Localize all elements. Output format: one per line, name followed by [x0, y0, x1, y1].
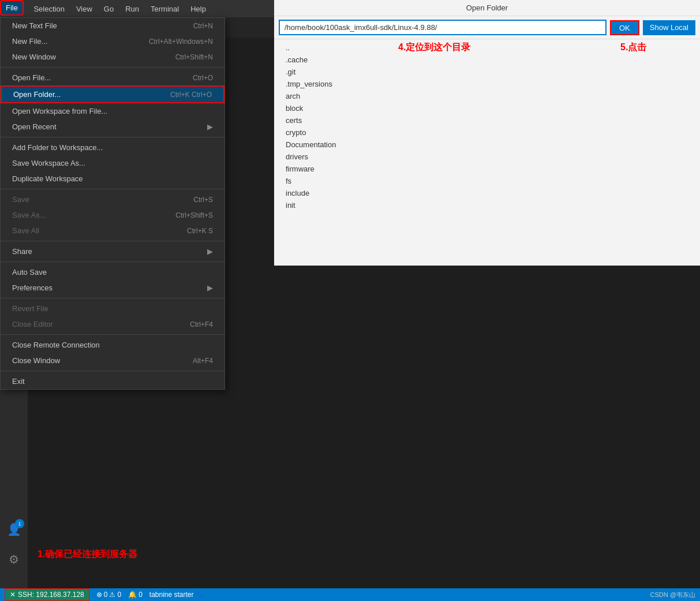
extension-icon: 🐾	[196, 591, 204, 599]
menu-new-window[interactable]: New Window Ctrl+Shift+N	[1, 49, 224, 65]
menu-auto-save[interactable]: Auto Save	[1, 264, 224, 280]
menu-go[interactable]: Go	[99, 2, 118, 16]
folder-list: .. .cache .git .tmp_versions arch block …	[274, 39, 700, 214]
folder-item-crypto[interactable]: crypto	[274, 126, 700, 139]
menu-open-workspace[interactable]: Open Workspace from File...	[1, 103, 224, 119]
separator-2	[1, 137, 224, 137]
panel-title: Open Folder	[274, 0, 700, 16]
warning-icon: ⚠	[109, 591, 115, 599]
folder-item-arch[interactable]: arch	[274, 90, 700, 102]
menu-revert-file: Revert File	[1, 301, 224, 316]
menu-save-workspace[interactable]: Save Workspace As...	[1, 155, 224, 171]
folder-item-certs[interactable]: certs	[274, 114, 700, 126]
menu-selection[interactable]: Selection	[29, 2, 69, 16]
folder-item-include[interactable]: include	[274, 187, 700, 199]
file-dropdown-menu: New Text File Ctrl+N New File... Ctrl+Al…	[0, 17, 225, 390]
activity-settings[interactable]: ⚙	[2, 548, 25, 571]
separator-6	[1, 298, 224, 298]
folder-item-dotdot[interactable]: ..	[274, 42, 700, 54]
extension-label: tabnine starter	[149, 591, 194, 599]
error-count: 0	[104, 591, 108, 599]
ssh-status[interactable]: ✕ SSH: 192.168.37.128	[5, 588, 89, 601]
path-bar: OK Show Local	[274, 16, 700, 39]
ok-button[interactable]: OK	[610, 20, 639, 35]
separator-7	[1, 334, 224, 335]
show-local-button[interactable]: Show Local	[643, 20, 695, 35]
menu-close-window[interactable]: Close Window Alt+F4	[1, 353, 224, 368]
activity-remote[interactable]: 👤 1	[2, 518, 25, 541]
menu-new-file[interactable]: New File... Ctrl+Alt+Windows+N	[1, 33, 224, 49]
menu-save: Save Ctrl+S	[1, 192, 224, 207]
folder-item-block[interactable]: block	[274, 102, 700, 114]
ssh-label: SSH: 192.168.37.128	[18, 591, 84, 599]
menu-close-editor: Close Editor Ctrl+F4	[1, 316, 224, 332]
separator-4	[1, 241, 224, 241]
ssh-icon: ✕	[10, 591, 16, 599]
status-credit: CSDN @韦东山	[650, 591, 695, 599]
menu-duplicate-workspace[interactable]: Duplicate Workspace	[1, 171, 224, 186]
status-notifications[interactable]: 🔔 0	[128, 591, 143, 599]
menu-help[interactable]: Help	[186, 2, 211, 16]
folder-item-git[interactable]: .git	[274, 66, 700, 78]
menu-preferences[interactable]: Preferences ▶	[1, 280, 224, 296]
bell-icon: 🔔	[128, 591, 137, 599]
menu-save-all: Save All Ctrl+K S	[1, 223, 224, 238]
menu-open-recent[interactable]: Open Recent ▶	[1, 119, 224, 135]
menu-exit[interactable]: Exit	[1, 374, 224, 389]
separator-5	[1, 262, 224, 262]
folder-item-drivers[interactable]: drivers	[274, 151, 700, 163]
status-bar: ✕ SSH: 192.168.37.128 ⊗ 0 ⚠ 0 🔔 0 tabnin…	[0, 588, 700, 601]
status-errors[interactable]: ⊗ 0 ⚠ 0	[96, 591, 121, 599]
folder-item-fs[interactable]: fs	[274, 175, 700, 187]
folder-item-init[interactable]: init	[274, 199, 700, 211]
menu-share[interactable]: Share ▶	[1, 244, 224, 259]
folder-item-documentation[interactable]: Documentation	[274, 139, 700, 151]
menu-open-folder[interactable]: Open Folder... Ctrl+K Ctrl+O	[1, 85, 224, 103]
notification-count: 0	[138, 591, 143, 599]
separator-3	[1, 189, 224, 189]
status-extension[interactable]: tabnine starter 🐾	[149, 591, 204, 599]
menu-save-as: Save As... Ctrl+Shift+S	[1, 207, 224, 223]
folder-item-tmp[interactable]: .tmp_versions	[274, 78, 700, 90]
error-icon: ⊗	[96, 591, 102, 599]
menu-terminal[interactable]: Terminal	[146, 2, 184, 16]
menu-add-folder[interactable]: Add Folder to Workspace...	[1, 140, 224, 155]
separator-1	[1, 67, 224, 68]
menu-view[interactable]: View	[72, 2, 97, 16]
open-folder-panel: Open Folder OK Show Local .. .cache .git…	[274, 0, 700, 266]
separator-8	[1, 371, 224, 371]
warning-count: 0	[117, 591, 121, 599]
path-input[interactable]	[279, 20, 607, 35]
folder-item-cache[interactable]: .cache	[274, 54, 700, 66]
menu-close-remote[interactable]: Close Remote Connection	[1, 337, 224, 353]
menu-run[interactable]: Run	[121, 2, 144, 16]
menu-open-file[interactable]: Open File... Ctrl+O	[1, 70, 224, 85]
menu-file[interactable]: File	[0, 0, 24, 16]
menu-new-text-file[interactable]: New Text File Ctrl+N	[1, 18, 224, 33]
folder-item-firmware[interactable]: firmware	[274, 163, 700, 175]
